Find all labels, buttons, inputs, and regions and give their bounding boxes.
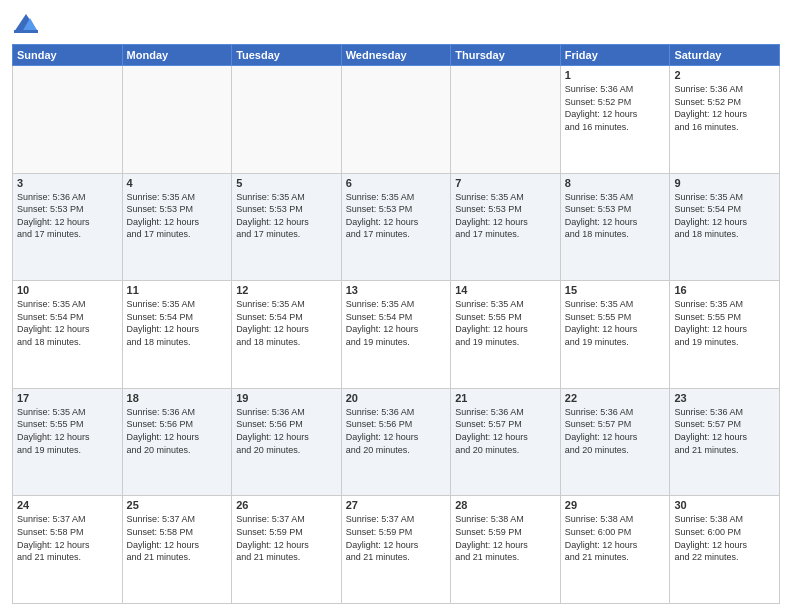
day-number: 12 [236,284,337,296]
calendar-cell: 9Sunrise: 5:35 AMSunset: 5:54 PMDaylight… [670,173,780,281]
day-number: 11 [127,284,228,296]
day-number: 22 [565,392,666,404]
calendar-cell: 17Sunrise: 5:35 AMSunset: 5:55 PMDayligh… [13,388,123,496]
calendar-cell: 10Sunrise: 5:35 AMSunset: 5:54 PMDayligh… [13,281,123,389]
day-info: Sunrise: 5:35 AMSunset: 5:53 PMDaylight:… [236,191,337,241]
calendar-cell: 1Sunrise: 5:36 AMSunset: 5:52 PMDaylight… [560,66,670,174]
day-info: Sunrise: 5:38 AMSunset: 5:59 PMDaylight:… [455,513,556,563]
day-number: 25 [127,499,228,511]
weekday-tuesday: Tuesday [232,45,342,66]
day-info: Sunrise: 5:35 AMSunset: 5:53 PMDaylight:… [565,191,666,241]
day-info: Sunrise: 5:35 AMSunset: 5:54 PMDaylight:… [236,298,337,348]
day-info: Sunrise: 5:36 AMSunset: 5:57 PMDaylight:… [455,406,556,456]
week-row-2: 10Sunrise: 5:35 AMSunset: 5:54 PMDayligh… [13,281,780,389]
calendar-cell: 15Sunrise: 5:35 AMSunset: 5:55 PMDayligh… [560,281,670,389]
day-number: 26 [236,499,337,511]
day-info: Sunrise: 5:35 AMSunset: 5:54 PMDaylight:… [674,191,775,241]
day-info: Sunrise: 5:36 AMSunset: 5:52 PMDaylight:… [674,83,775,133]
calendar-cell [122,66,232,174]
calendar-cell: 21Sunrise: 5:36 AMSunset: 5:57 PMDayligh… [451,388,561,496]
calendar-cell: 2Sunrise: 5:36 AMSunset: 5:52 PMDaylight… [670,66,780,174]
day-info: Sunrise: 5:38 AMSunset: 6:00 PMDaylight:… [565,513,666,563]
day-info: Sunrise: 5:36 AMSunset: 5:57 PMDaylight:… [565,406,666,456]
calendar-cell: 6Sunrise: 5:35 AMSunset: 5:53 PMDaylight… [341,173,451,281]
day-info: Sunrise: 5:37 AMSunset: 5:58 PMDaylight:… [127,513,228,563]
day-number: 23 [674,392,775,404]
calendar-cell: 30Sunrise: 5:38 AMSunset: 6:00 PMDayligh… [670,496,780,604]
calendar-cell: 7Sunrise: 5:35 AMSunset: 5:53 PMDaylight… [451,173,561,281]
calendar-cell [13,66,123,174]
day-number: 27 [346,499,447,511]
day-info: Sunrise: 5:36 AMSunset: 5:53 PMDaylight:… [17,191,118,241]
week-row-1: 3Sunrise: 5:36 AMSunset: 5:53 PMDaylight… [13,173,780,281]
day-number: 2 [674,69,775,81]
page: SundayMondayTuesdayWednesdayThursdayFrid… [0,0,792,612]
calendar-cell [451,66,561,174]
generalblue-logo-icon [12,10,40,38]
day-number: 8 [565,177,666,189]
calendar-cell: 24Sunrise: 5:37 AMSunset: 5:58 PMDayligh… [13,496,123,604]
calendar-cell: 5Sunrise: 5:35 AMSunset: 5:53 PMDaylight… [232,173,342,281]
day-number: 17 [17,392,118,404]
day-info: Sunrise: 5:35 AMSunset: 5:54 PMDaylight:… [346,298,447,348]
day-number: 14 [455,284,556,296]
calendar-cell: 22Sunrise: 5:36 AMSunset: 5:57 PMDayligh… [560,388,670,496]
calendar-cell: 16Sunrise: 5:35 AMSunset: 5:55 PMDayligh… [670,281,780,389]
calendar-table: SundayMondayTuesdayWednesdayThursdayFrid… [12,44,780,604]
weekday-sunday: Sunday [13,45,123,66]
day-info: Sunrise: 5:35 AMSunset: 5:54 PMDaylight:… [127,298,228,348]
day-number: 21 [455,392,556,404]
day-number: 28 [455,499,556,511]
calendar-cell: 19Sunrise: 5:36 AMSunset: 5:56 PMDayligh… [232,388,342,496]
day-number: 30 [674,499,775,511]
day-number: 19 [236,392,337,404]
day-number: 9 [674,177,775,189]
calendar-cell: 25Sunrise: 5:37 AMSunset: 5:58 PMDayligh… [122,496,232,604]
calendar-cell: 28Sunrise: 5:38 AMSunset: 5:59 PMDayligh… [451,496,561,604]
day-number: 5 [236,177,337,189]
calendar-cell: 4Sunrise: 5:35 AMSunset: 5:53 PMDaylight… [122,173,232,281]
day-info: Sunrise: 5:38 AMSunset: 6:00 PMDaylight:… [674,513,775,563]
day-info: Sunrise: 5:35 AMSunset: 5:55 PMDaylight:… [674,298,775,348]
weekday-monday: Monday [122,45,232,66]
day-number: 15 [565,284,666,296]
day-info: Sunrise: 5:36 AMSunset: 5:57 PMDaylight:… [674,406,775,456]
day-info: Sunrise: 5:36 AMSunset: 5:52 PMDaylight:… [565,83,666,133]
day-info: Sunrise: 5:37 AMSunset: 5:58 PMDaylight:… [17,513,118,563]
calendar-cell: 23Sunrise: 5:36 AMSunset: 5:57 PMDayligh… [670,388,780,496]
day-info: Sunrise: 5:36 AMSunset: 5:56 PMDaylight:… [346,406,447,456]
logo [12,10,44,38]
calendar-cell: 27Sunrise: 5:37 AMSunset: 5:59 PMDayligh… [341,496,451,604]
calendar-cell: 14Sunrise: 5:35 AMSunset: 5:55 PMDayligh… [451,281,561,389]
day-info: Sunrise: 5:36 AMSunset: 5:56 PMDaylight:… [127,406,228,456]
calendar-cell: 18Sunrise: 5:36 AMSunset: 5:56 PMDayligh… [122,388,232,496]
weekday-header-row: SundayMondayTuesdayWednesdayThursdayFrid… [13,45,780,66]
calendar-cell: 8Sunrise: 5:35 AMSunset: 5:53 PMDaylight… [560,173,670,281]
day-info: Sunrise: 5:37 AMSunset: 5:59 PMDaylight:… [236,513,337,563]
calendar-cell: 12Sunrise: 5:35 AMSunset: 5:54 PMDayligh… [232,281,342,389]
calendar-cell [341,66,451,174]
day-info: Sunrise: 5:35 AMSunset: 5:53 PMDaylight:… [346,191,447,241]
day-info: Sunrise: 5:35 AMSunset: 5:55 PMDaylight:… [17,406,118,456]
day-number: 10 [17,284,118,296]
day-number: 13 [346,284,447,296]
day-number: 6 [346,177,447,189]
day-info: Sunrise: 5:37 AMSunset: 5:59 PMDaylight:… [346,513,447,563]
calendar-cell: 13Sunrise: 5:35 AMSunset: 5:54 PMDayligh… [341,281,451,389]
day-number: 16 [674,284,775,296]
day-info: Sunrise: 5:35 AMSunset: 5:53 PMDaylight:… [455,191,556,241]
day-number: 7 [455,177,556,189]
day-number: 1 [565,69,666,81]
day-number: 20 [346,392,447,404]
day-info: Sunrise: 5:36 AMSunset: 5:56 PMDaylight:… [236,406,337,456]
calendar-cell: 26Sunrise: 5:37 AMSunset: 5:59 PMDayligh… [232,496,342,604]
week-row-0: 1Sunrise: 5:36 AMSunset: 5:52 PMDaylight… [13,66,780,174]
week-row-3: 17Sunrise: 5:35 AMSunset: 5:55 PMDayligh… [13,388,780,496]
calendar-cell: 29Sunrise: 5:38 AMSunset: 6:00 PMDayligh… [560,496,670,604]
calendar-cell: 3Sunrise: 5:36 AMSunset: 5:53 PMDaylight… [13,173,123,281]
weekday-friday: Friday [560,45,670,66]
day-number: 29 [565,499,666,511]
day-info: Sunrise: 5:35 AMSunset: 5:54 PMDaylight:… [17,298,118,348]
day-info: Sunrise: 5:35 AMSunset: 5:55 PMDaylight:… [565,298,666,348]
svg-rect-3 [14,30,38,33]
